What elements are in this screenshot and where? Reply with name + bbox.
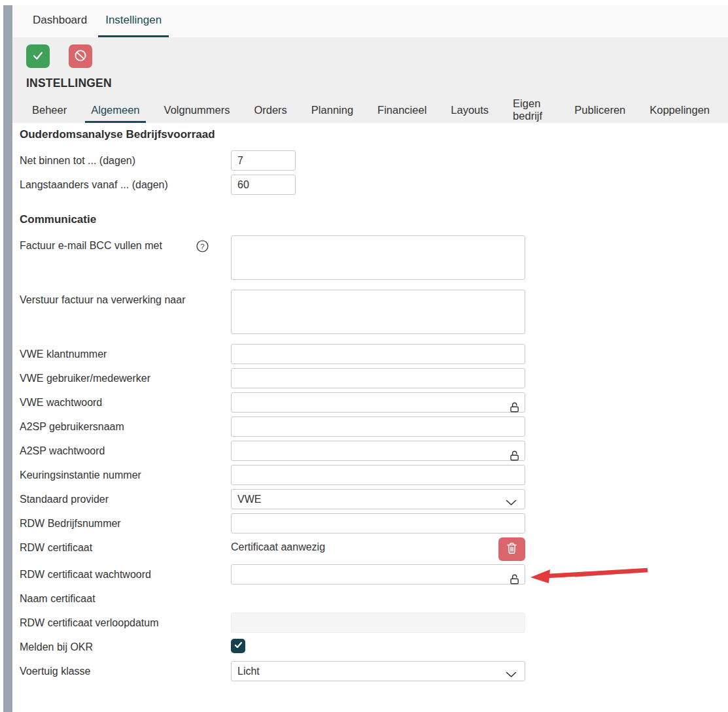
vwe-wachtwoord-input[interactable] bbox=[231, 392, 525, 413]
field-net-binnen-tot: Net binnen tot ... (dagen) bbox=[20, 150, 728, 175]
net-binnen-tot-input[interactable] bbox=[231, 150, 296, 171]
field-label: Naam certificaat bbox=[20, 592, 222, 605]
field-label: RDW certificaat wachtwoord bbox=[20, 568, 222, 581]
tab-orders[interactable]: Orders bbox=[248, 99, 292, 123]
tab-financieel[interactable]: Financieel bbox=[372, 99, 432, 123]
tab-algemeen[interactable]: Algemeen bbox=[85, 99, 145, 123]
langstaanders-vanaf-input[interactable] bbox=[231, 175, 296, 195]
field-standaard-provider: Standaard provider VWE bbox=[20, 489, 728, 513]
field-label: RDW certificaat verloopdatum bbox=[20, 617, 222, 630]
check-icon bbox=[234, 640, 243, 653]
page-header: INSTELLINGEN Beheer Algemeen Volgnummers… bbox=[12, 37, 728, 123]
field-langstaanders-vanaf: Langstaanders vanaf ... (dagen) bbox=[20, 175, 728, 199]
certificaat-status-text: Certificaat aanwezig bbox=[231, 537, 325, 553]
tab-eigen-bedrijf[interactable]: Eigen bedrijf bbox=[507, 99, 556, 123]
tab-koppelingen[interactable]: Koppelingen bbox=[644, 99, 716, 123]
field-label: Standaard provider bbox=[20, 493, 222, 506]
app-window: Dashboard Instellingen IN bbox=[12, 5, 728, 685]
section-title-ouderdomsanalyse: Ouderdomsanalyse Bedrijfsvoorraad bbox=[20, 128, 728, 141]
field-label: Langstaanders vanaf ... (dagen) bbox=[20, 178, 222, 192]
keuringsinstantie-input[interactable] bbox=[231, 465, 525, 485]
svg-text:?: ? bbox=[200, 243, 204, 250]
field-a2sp-gebruikersnaam: A2SP gebruikersnaam bbox=[20, 416, 728, 441]
a2sp-wachtwoord-input[interactable] bbox=[231, 441, 525, 461]
a2sp-gebruikersnaam-input[interactable] bbox=[231, 416, 525, 437]
field-label: Keuringsinstantie nummer bbox=[20, 469, 222, 482]
field-label: RDW certificaat bbox=[20, 541, 222, 554]
tab-dashboard[interactable]: Dashboard bbox=[26, 5, 94, 37]
help-icon[interactable]: ? bbox=[196, 240, 209, 255]
selected-value: Licht bbox=[237, 666, 260, 677]
vwe-klantnummer-input[interactable] bbox=[231, 344, 525, 364]
tab-publiceren[interactable]: Publiceren bbox=[568, 99, 631, 123]
field-label: Verstuur factuur na verwerking naar bbox=[20, 294, 222, 307]
field-label: Melden bij OKR bbox=[20, 641, 222, 654]
field-vwe-klantnummer: VWE klantnummer bbox=[20, 344, 728, 368]
field-rdw-cert-verloopdatum: RDW certificaat verloopdatum bbox=[20, 613, 728, 637]
tab-layouts[interactable]: Layouts bbox=[445, 99, 494, 123]
factuur-bcc-textarea[interactable] bbox=[231, 235, 525, 280]
field-label: A2SP wachtwoord bbox=[20, 445, 222, 458]
melden-okr-checkbox[interactable] bbox=[231, 639, 245, 653]
save-button[interactable] bbox=[26, 44, 50, 68]
selected-value: VWE bbox=[237, 494, 261, 505]
field-a2sp-wachtwoord: A2SP wachtwoord bbox=[20, 441, 728, 465]
annotation-arrow-icon bbox=[529, 565, 653, 587]
rdw-cert-wachtwoord-input[interactable] bbox=[231, 564, 525, 585]
trash-icon bbox=[506, 542, 517, 556]
field-label: VWE gebruiker/medewerker bbox=[20, 372, 222, 385]
field-voertuig-klasse: Voertuig klasse Licht bbox=[20, 661, 728, 685]
tab-beheer[interactable]: Beheer bbox=[26, 99, 73, 123]
field-label: Net binnen tot ... (dagen) bbox=[20, 154, 222, 167]
vwe-gebruiker-input[interactable] bbox=[231, 368, 525, 388]
unlock-icon[interactable] bbox=[508, 449, 521, 464]
section-title-communicatie: Communicatie bbox=[20, 213, 728, 226]
field-melden-bij-okr: Melden bij OKR bbox=[20, 637, 728, 661]
field-rdw-bedrijfsnummer: RDW Bedrijfsnummer bbox=[20, 513, 728, 537]
verstuur-factuur-textarea[interactable] bbox=[231, 290, 525, 334]
field-verstuur-factuur: Verstuur factuur na verwerking naar bbox=[20, 290, 728, 339]
unlock-icon[interactable] bbox=[508, 573, 521, 588]
verloopdatum-disabled-input bbox=[231, 613, 525, 633]
field-vwe-gebruiker: VWE gebruiker/medewerker bbox=[20, 368, 728, 392]
field-label: RDW Bedrijfsnummer bbox=[20, 517, 222, 530]
field-rdw-cert-wachtwoord: RDW certificaat wachtwoord bbox=[20, 564, 728, 588]
field-label: Factuur e-mail BCC vullen met bbox=[20, 239, 222, 252]
field-keuringsinstantie: Keuringsinstantie nummer bbox=[20, 465, 728, 489]
toolbar bbox=[12, 37, 728, 68]
tab-planning[interactable]: Planning bbox=[305, 99, 359, 123]
rdw-bedrijfsnummer-input[interactable] bbox=[231, 513, 525, 534]
cancel-button[interactable] bbox=[69, 44, 92, 68]
field-label: Voertuig klasse bbox=[20, 665, 222, 678]
settings-tab-bar: Beheer Algemeen Volgnummers Orders Plann… bbox=[12, 99, 728, 123]
left-edge-strip bbox=[3, 5, 12, 712]
tab-instellingen[interactable]: Instellingen bbox=[98, 5, 169, 37]
standaard-provider-select[interactable]: VWE bbox=[231, 489, 525, 509]
field-label: A2SP gebruikersnaam bbox=[20, 420, 222, 433]
delete-certificate-button[interactable] bbox=[498, 537, 525, 561]
field-vwe-wachtwoord: VWE wachtwoord bbox=[20, 392, 728, 416]
voertuig-klasse-select[interactable]: Licht bbox=[231, 661, 525, 681]
field-rdw-certificaat: RDW certificaat Certificaat aanwezig bbox=[20, 537, 728, 564]
field-factuur-bcc: Factuur e-mail BCC vullen met ? bbox=[20, 235, 728, 284]
field-naam-certificaat: Naam certificaat bbox=[20, 588, 728, 613]
chevron-down-icon bbox=[506, 497, 517, 509]
settings-form: Ouderdomsanalyse Bedrijfsvoorraad Net bi… bbox=[12, 123, 728, 685]
field-label: VWE wachtwoord bbox=[20, 396, 222, 409]
window-tab-bar: Dashboard Instellingen bbox=[12, 5, 728, 37]
unlock-icon[interactable] bbox=[508, 401, 521, 416]
field-label: VWE klantnummer bbox=[20, 348, 222, 361]
check-icon bbox=[31, 48, 45, 65]
chevron-down-icon bbox=[506, 669, 517, 681]
block-icon bbox=[73, 48, 88, 65]
page-title: INSTELLINGEN bbox=[12, 68, 728, 90]
tab-volgnummers[interactable]: Volgnummers bbox=[158, 99, 236, 123]
